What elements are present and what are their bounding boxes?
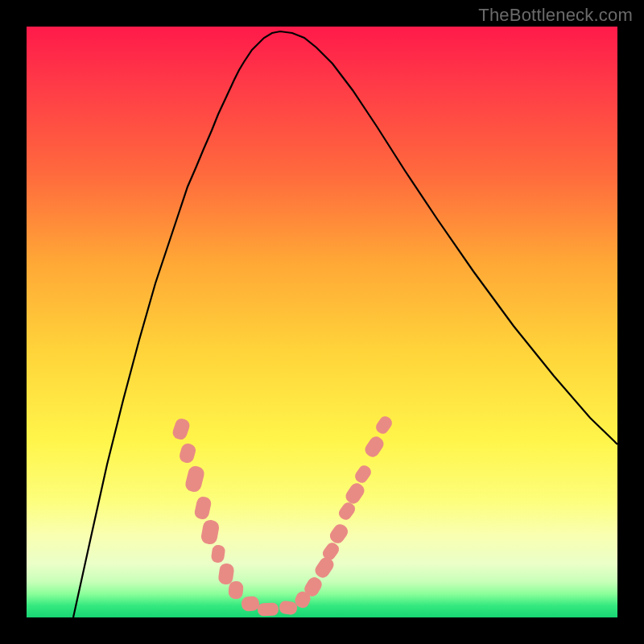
data-marker	[343, 481, 366, 506]
data-marker	[217, 563, 234, 585]
outer-frame: TheBottleneck.com	[0, 0, 644, 644]
data-marker	[374, 414, 394, 436]
markers-group	[171, 414, 394, 616]
data-marker	[171, 417, 191, 441]
data-marker	[258, 603, 279, 617]
data-marker	[200, 518, 221, 545]
data-marker	[178, 442, 197, 464]
watermark-text: TheBottleneck.com	[478, 5, 633, 26]
data-marker	[211, 544, 226, 564]
data-marker	[228, 580, 244, 599]
chart-svg	[27, 27, 617, 617]
data-marker	[362, 434, 386, 460]
data-marker	[279, 601, 298, 616]
data-marker	[241, 596, 259, 612]
data-marker	[328, 522, 351, 546]
plot-area	[27, 27, 617, 617]
data-marker	[353, 463, 374, 485]
data-marker	[193, 495, 212, 520]
data-marker	[184, 464, 205, 493]
